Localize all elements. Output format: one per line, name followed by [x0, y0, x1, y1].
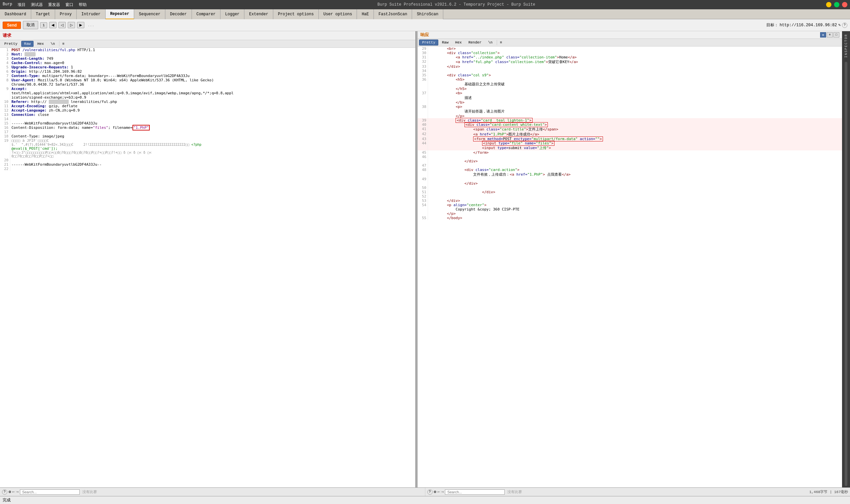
line-number: 51: [418, 190, 428, 194]
settings-icon-right[interactable]: ⚙: [434, 489, 436, 494]
line-number: 45: [418, 150, 428, 155]
tab-comparer[interactable]: Comparer: [192, 9, 221, 19]
menu-resender[interactable]: 重发器: [48, 2, 60, 7]
response-tab-hex[interactable]: Hex: [452, 39, 465, 46]
line-number: [418, 172, 428, 177]
search-input-left[interactable]: [20, 489, 80, 495]
main-content: 请求 Pretty Raw Hex \n ≡ 1 POST /vulnerabi…: [0, 31, 850, 487]
search-input-right[interactable]: [445, 489, 505, 495]
request-tab-n[interactable]: \n: [48, 41, 58, 47]
request-tab-raw[interactable]: Raw: [21, 41, 34, 47]
menu-project[interactable]: 项目: [18, 2, 25, 7]
maximize-button[interactable]: [834, 2, 839, 7]
tab-logger[interactable]: Logger: [220, 9, 245, 19]
nav-next2-button[interactable]: ▷: [68, 22, 75, 28]
table-row: 48 <div class="card-action">: [418, 168, 842, 172]
request-menu-icon[interactable]: ≡: [61, 41, 66, 47]
menu-help[interactable]: 帮助: [79, 2, 87, 7]
request-search-bar: ? ⚙ ← → 没有比赛: [0, 488, 425, 496]
back-icon-left[interactable]: ←: [12, 490, 15, 494]
tab-separator: [59, 41, 59, 47]
tab-project-options[interactable]: Project options: [273, 9, 319, 19]
table-row: 16 Content-Disposition: form-data; name=…: [0, 126, 415, 130]
line-content: </div>: [428, 159, 842, 163]
line-content: Chrome/90.0.4430.72 Safari/537.36: [10, 82, 415, 87]
line-content: $.' ",#(7),01444'9=82<.342□□□C 2!!222222…: [10, 143, 415, 146]
menu-burp[interactable]: Burp: [3, 2, 12, 7]
table-row: 44 <input type="file" name="files">: [418, 141, 842, 145]
table-row: 34: [418, 69, 842, 73]
line-content: Cache-Control: max-age=0: [10, 61, 415, 65]
response-tab-n[interactable]: \n: [485, 39, 495, 46]
help-icon-left[interactable]: ?: [2, 489, 7, 495]
line-content: Accept-Language: zh-CN,zh;q=0.9: [10, 108, 415, 112]
menu-tester[interactable]: 测试器: [31, 2, 43, 7]
send-button[interactable]: Send: [3, 22, 21, 29]
tab-user-options[interactable]: User options: [319, 9, 357, 19]
request-tab-hex[interactable]: Hex: [34, 41, 47, 47]
inspector-scrollbar[interactable]: [845, 62, 847, 486]
tab-intruder[interactable]: Intruder: [77, 9, 106, 19]
table-row: 15 ------WebKitFormBoundaryuvtlbG2DF4A33…: [0, 121, 415, 126]
tab-proxy[interactable]: Proxy: [55, 9, 77, 19]
table-row: 38 <p>: [418, 105, 842, 109]
tab-hae[interactable]: HaE: [357, 9, 374, 19]
tab-repeater[interactable]: Repeater: [106, 9, 134, 19]
main-tab-bar: Dashboard Target Proxy Intruder Repeater…: [0, 9, 850, 19]
nav-prev2-button[interactable]: ◁: [58, 22, 66, 28]
tab-extender[interactable]: Extender: [245, 9, 273, 19]
line-number: [418, 109, 428, 114]
table-row: 2 Host: ■■■■■: [0, 52, 415, 56]
tab-decoder[interactable]: Decoder: [165, 9, 192, 19]
tab-fastjsonscan[interactable]: FastJsonScan: [374, 9, 412, 19]
table-row: ?>□□-3"□□□□□□□□□□P□□+□□0□?0□□□?0□□0□?0□□…: [0, 151, 415, 155]
line-number: 55: [418, 216, 428, 220]
edit-target-icon[interactable]: ✎: [838, 22, 841, 28]
line-number: 8: [0, 78, 10, 82]
view-btn-list[interactable]: ≡: [827, 32, 833, 37]
view-btn-full[interactable]: □: [833, 32, 839, 37]
menu-window[interactable]: 窗口: [66, 2, 73, 7]
line-number: [418, 82, 428, 87]
forward-icon-right[interactable]: →: [441, 490, 444, 494]
settings-icon-left[interactable]: ⚙: [8, 489, 11, 494]
nav-prev-button[interactable]: ◀: [49, 22, 56, 28]
help-icon[interactable]: ?: [842, 22, 847, 28]
tab-sequencer[interactable]: Sequencer: [134, 9, 165, 19]
menu-bar-top[interactable]: Burp 项目 测试器 重发器 窗口 帮助: [3, 2, 87, 7]
tab-dashboard[interactable]: Dashboard: [0, 9, 31, 19]
response-tab-render[interactable]: Render: [466, 39, 485, 46]
nav-next-button[interactable]: ▶: [77, 22, 84, 28]
inspector-label: INSPECTOR: [844, 31, 848, 60]
line-number: 7: [0, 74, 10, 78]
response-code-area[interactable]: 29 <br> 30 <div class="collection"> 31 <…: [418, 47, 842, 487]
response-tab-raw[interactable]: Raw: [439, 39, 452, 46]
table-row: 32 <a href="ful.php" class="collection-i…: [418, 59, 842, 65]
window-controls[interactable]: [826, 2, 847, 7]
request-tab-pretty[interactable]: Pretty: [1, 41, 21, 47]
back-icon-right[interactable]: ←: [438, 490, 440, 494]
line-number: [418, 212, 428, 216]
tab-shiroscan[interactable]: ShiroScan: [412, 9, 443, 19]
tab-target[interactable]: Target: [31, 9, 55, 19]
table-row: 54 <p align="center">: [418, 203, 842, 207]
help-icon-right[interactable]: ?: [427, 489, 433, 495]
minimize-button[interactable]: [826, 2, 831, 7]
no-match-left: 没有比赛: [82, 489, 97, 494]
table-row: </b>: [418, 100, 842, 105]
request-code-area[interactable]: 1 POST /vulnerabilities/ful.php HTTP/1.1…: [0, 48, 415, 487]
response-tab-pretty[interactable]: Pretty: [419, 39, 438, 46]
line-number: [418, 100, 428, 105]
request-label: 请求: [0, 31, 415, 40]
table-row: </p>: [418, 212, 842, 216]
line-content: </p>: [428, 212, 842, 216]
response-menu-icon[interactable]: ≡: [499, 40, 503, 45]
close-button[interactable]: [842, 2, 847, 7]
line-number: [0, 146, 10, 151]
forward-icon-left[interactable]: →: [16, 490, 18, 494]
table-row: 19 □□□□ à JFIF`□□□□C: [0, 139, 415, 143]
cancel-button[interactable]: 取消: [23, 21, 38, 29]
line-number: 9: [0, 87, 10, 91]
line-number: [0, 155, 10, 158]
view-btn-split[interactable]: ⊞: [820, 32, 826, 37]
